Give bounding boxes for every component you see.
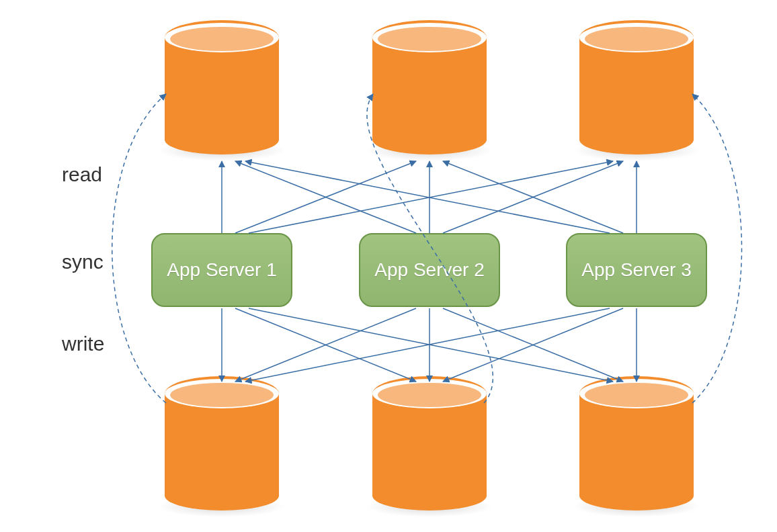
svg-line-14 (443, 308, 623, 382)
svg-line-15 (245, 308, 610, 382)
app-server-2: App Server 2 (359, 233, 500, 307)
svg-line-12 (235, 308, 416, 382)
svg-line-5 (443, 161, 623, 233)
write-label: write (62, 332, 104, 355)
svg-line-3 (235, 161, 416, 233)
app-server-1-label: App Server 1 (167, 259, 276, 281)
architecture-diagram: read sync write App Server 1 App Server … (0, 0, 777, 532)
svg-line-7 (443, 161, 623, 233)
app-server-2-label: App Server 2 (374, 259, 484, 281)
read-label: read (62, 163, 102, 186)
write-database-1 (165, 376, 279, 511)
svg-line-11 (249, 308, 613, 382)
read-database-1 (165, 20, 279, 154)
svg-line-1 (235, 161, 416, 233)
svg-line-16 (443, 308, 623, 382)
write-database-2 (372, 376, 487, 511)
svg-line-10 (235, 308, 416, 382)
write-database-3 (579, 376, 694, 511)
app-server-3-label: App Server 3 (581, 259, 691, 281)
app-server-3: App Server 3 (566, 233, 707, 307)
sync-label: sync (62, 251, 104, 273)
svg-line-6 (245, 161, 610, 233)
svg-line-2 (249, 161, 613, 233)
app-server-1: App Server 1 (151, 233, 292, 307)
read-database-3 (579, 20, 694, 154)
read-database-2 (372, 20, 487, 154)
